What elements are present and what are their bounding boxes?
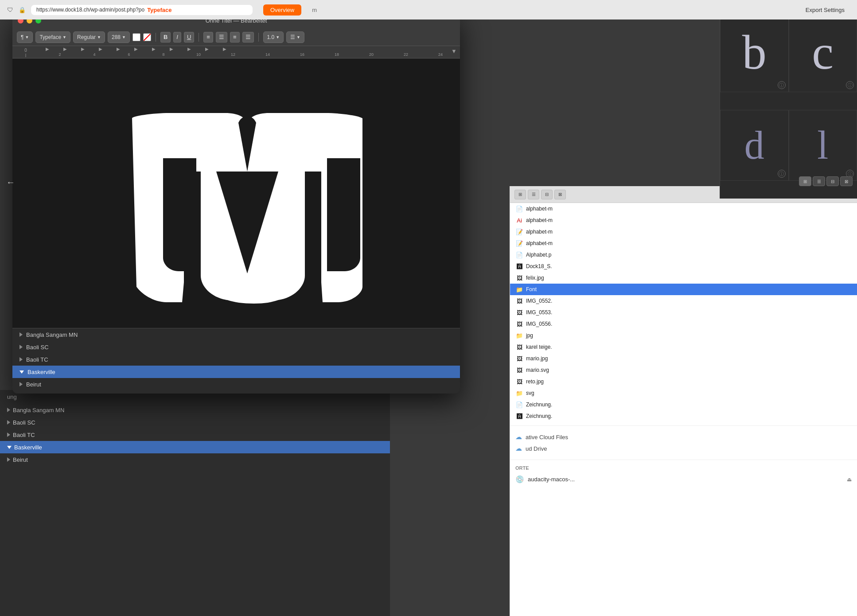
dropdown-arrow: ▼	[122, 35, 126, 39]
drive-label: ud Drive	[526, 445, 547, 452]
file-item[interactable]: 📁 svg	[510, 387, 857, 399]
file-item[interactable]: 🅰 Dock18_S.	[510, 261, 857, 272]
back-arrow[interactable]: ←	[6, 177, 15, 187]
file-name: jpg	[526, 332, 533, 339]
file-item[interactable]: 🖼 IMG_0556.	[510, 318, 857, 330]
file-item[interactable]: 📁 jpg	[510, 330, 857, 341]
tab-overview[interactable]: Overview	[263, 4, 301, 16]
svg-text:12: 12	[231, 52, 235, 57]
list-view-button[interactable]: ☰	[813, 176, 825, 186]
sidebar-font-baoli-sc[interactable]: Baoli SC	[0, 416, 390, 429]
sidebar-font-beirut[interactable]: Beirut	[0, 453, 390, 466]
svg-text:▶: ▶	[117, 47, 120, 51]
info-button-b[interactable]: ⓘ	[778, 81, 786, 89]
align-right-button[interactable]: ≡	[230, 32, 240, 43]
file-item[interactable]: 🖼 reto.jpg	[510, 376, 857, 387]
font-style-selector[interactable]: Regular ▼	[73, 31, 105, 43]
icloud-drive[interactable]: ☁ ud Drive	[515, 443, 852, 454]
file-item[interactable]: 🖼 felix.jpg	[510, 272, 857, 284]
color-slash-box[interactable]	[143, 33, 151, 41]
disclosure-icon	[7, 408, 10, 412]
svg-text:▶: ▶	[46, 47, 49, 51]
info-button-c[interactable]: ⓘ	[846, 81, 854, 89]
drive-icon: ☁	[515, 444, 522, 452]
canvas-area[interactable]	[12, 58, 460, 329]
finder-column-view[interactable]: ⊟	[541, 190, 553, 199]
tab-m[interactable]: m	[305, 4, 324, 16]
font-list-item[interactable]: Bangla Sangam MN	[12, 328, 460, 341]
glyph-cell-b[interactable]: b ⓘ	[720, 12, 789, 92]
file-icon: 🖼	[515, 367, 523, 374]
glyph-cell-d[interactable]: d ⓘ	[720, 110, 789, 181]
sidebar-font-baoli-tc[interactable]: Baoli TC	[0, 429, 390, 441]
line-height-label: 1.0	[267, 34, 275, 40]
font-size-selector[interactable]: 288 ▼	[108, 31, 130, 43]
file-item[interactable]: 🖼 IMG_0553.	[510, 307, 857, 318]
disclosure-icon	[19, 382, 23, 386]
mode-selector[interactable]: ¶ ▼	[17, 31, 33, 43]
file-item[interactable]: 📝 alphabet-m	[510, 226, 857, 238]
separator-2	[199, 33, 199, 42]
align-justify-button[interactable]: ☰	[242, 32, 254, 43]
disclosure-icon	[7, 457, 10, 462]
align-center-button[interactable]: ☰	[216, 32, 227, 43]
file-item[interactable]: 📝 alphabet-m	[510, 238, 857, 249]
file-icon: 📝	[515, 240, 523, 247]
font-family-selector[interactable]: Typeface ▼	[35, 31, 70, 43]
file-item[interactable]: 🅰 Zeichnung.	[510, 410, 857, 422]
disclosure-icon	[19, 332, 23, 337]
split-view-button[interactable]: ⊟	[826, 176, 839, 186]
eject-icon[interactable]: ⏏	[847, 476, 852, 483]
file-icon: 📝	[515, 229, 523, 235]
disclosure-icon	[19, 370, 24, 374]
file-item-font[interactable]: 📁 Font	[510, 284, 857, 295]
export-settings-link[interactable]: Export Settings	[800, 4, 850, 16]
file-icon: Ai	[515, 217, 523, 224]
glyph-cell-c[interactable]: c ⓘ	[789, 12, 857, 92]
finder-gallery-view[interactable]: ⊠	[554, 190, 566, 199]
file-item[interactable]: 🖼 IMG_0552.	[510, 295, 857, 307]
finder-list-view[interactable]: ☰	[528, 190, 539, 199]
line-height-selector[interactable]: 1.0 ▼	[263, 31, 284, 43]
info-button-d[interactable]: ⓘ	[778, 170, 786, 178]
detail-view-button[interactable]: ⊠	[840, 176, 853, 186]
file-name: IMG_0556.	[526, 321, 552, 327]
text-color-box[interactable]	[132, 33, 140, 41]
font-name: Baoli TC	[13, 432, 35, 438]
file-item[interactable]: 📄 Zeichnung.	[510, 399, 857, 410]
file-item[interactable]: 🖼 karel teige.	[510, 341, 857, 353]
file-item[interactable]: 📄 Alphabet.p	[510, 249, 857, 261]
italic-button[interactable]: I	[173, 32, 181, 43]
sidebar-font-baskerville[interactable]: Baskerville	[0, 441, 390, 453]
font-list-item-baskerville[interactable]: Baskerville	[12, 366, 460, 378]
glyph-cell-l[interactable]: l ⓘ	[789, 110, 857, 181]
grid-view-button[interactable]: ⊞	[799, 176, 811, 186]
cloud-icon: ☁	[515, 433, 522, 441]
browser-url-bar[interactable]: https://www.dock18.ch/wp-admin/post.php?…	[31, 5, 253, 15]
font-name: Beirut	[26, 381, 41, 388]
font-name: Beirut	[13, 456, 28, 463]
font-list-item[interactable]: Baoli SC	[12, 341, 460, 353]
font-list-item[interactable]: Baoli TC	[12, 353, 460, 366]
font-name: Bangla Sangam MN	[26, 331, 78, 338]
file-item[interactable]: 📄 alphabet-m	[510, 203, 857, 214]
sidebar-font-bangla[interactable]: Bangla Sangam MN	[0, 404, 390, 416]
file-item[interactable]: 🖼 mario.jpg	[510, 353, 857, 364]
svg-text:6: 6	[128, 52, 130, 57]
disk-item[interactable]: 💿 audacity-macos-... ⏏	[514, 473, 853, 485]
bold-button[interactable]: B	[160, 32, 171, 43]
file-name: alphabet-m	[526, 240, 553, 246]
align-left-button[interactable]: ≡	[203, 32, 213, 43]
font-list-item[interactable]: Beirut	[12, 378, 460, 390]
file-icon: 🖼	[515, 298, 523, 304]
font-name: Baoli SC	[26, 344, 49, 351]
file-item[interactable]: 🖼 mario.svg	[510, 364, 857, 376]
file-icon: 🖼	[515, 321, 523, 327]
brand-text: Typeface	[147, 7, 171, 13]
underline-button[interactable]: U	[184, 32, 194, 43]
icloud-cloud-files[interactable]: ☁ ative Cloud Files	[515, 431, 852, 443]
list-options[interactable]: ☰ ▼	[286, 31, 304, 43]
font-list: Bangla Sangam MN Baoli SC Baoli TC Baske…	[12, 328, 460, 394]
finder-grid-view[interactable]: ⊞	[514, 190, 526, 199]
file-item[interactable]: Ai alphabet-m	[510, 214, 857, 226]
